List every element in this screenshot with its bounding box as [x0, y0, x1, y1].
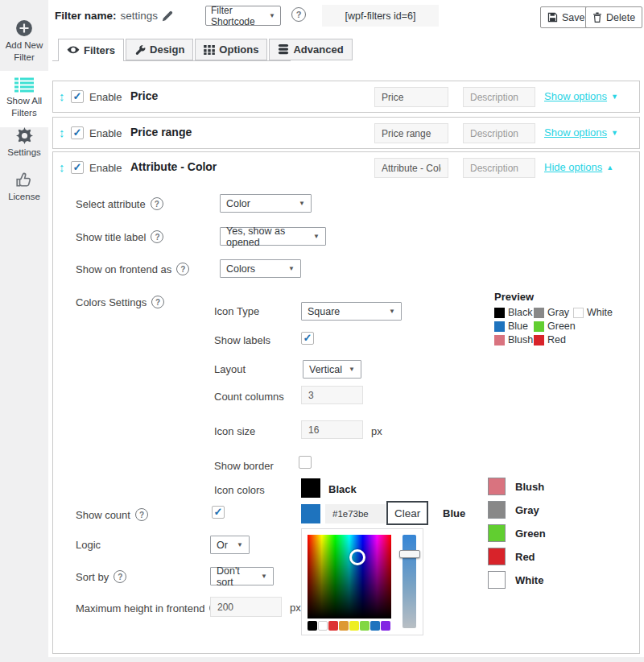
color-swatch[interactable] — [488, 501, 506, 519]
enable-label: Enable — [89, 162, 122, 174]
sort-by-label: Sort by ? — [76, 570, 126, 583]
enable-checkbox[interactable]: ✓ — [71, 126, 84, 139]
logic-dropdown[interactable]: Or ▼ — [210, 536, 250, 554]
sidebar-item-settings[interactable]: Settings — [0, 127, 48, 159]
tab-label: Options — [219, 43, 258, 56]
icon-type-dropdown[interactable]: Square ▼ — [301, 302, 402, 321]
filter-description-input[interactable] — [463, 123, 535, 143]
sidebar-item-label: Add New Filter — [6, 40, 43, 62]
tab-advanced[interactable]: Advanced — [269, 39, 352, 60]
show-title-dropdown[interactable]: Yes, show as opened ▼ — [220, 227, 326, 246]
select-attribute-dropdown[interactable]: Color ▼ — [220, 194, 312, 213]
show-border-checkbox[interactable] — [299, 456, 312, 469]
palette-swatch[interactable] — [349, 621, 359, 631]
show-count-checkbox[interactable]: ✓ — [212, 506, 225, 519]
page-bottom-strip — [0, 657, 644, 662]
clear-color-button[interactable]: Clear — [386, 501, 428, 525]
show-title-label: Show title label ? — [76, 230, 163, 243]
color-picker-slider-handle[interactable] — [399, 550, 420, 558]
help-icon[interactable]: ? — [114, 570, 126, 583]
pencil-icon[interactable] — [162, 10, 173, 22]
show-on-frontend-dropdown[interactable]: Colors ▼ — [220, 259, 301, 278]
enable-checkbox[interactable]: ✓ — [71, 90, 84, 103]
show-options-link[interactable]: Show options ▼ — [544, 126, 618, 139]
palette-swatch[interactable] — [370, 621, 380, 631]
color-swatch[interactable] — [488, 548, 506, 565]
color-swatch[interactable] — [488, 571, 506, 589]
sort-by-dropdown[interactable]: Don't sort ▼ — [210, 567, 274, 585]
trash-icon — [592, 12, 602, 23]
drag-handle-icon[interactable]: ↕ — [59, 126, 65, 139]
help-icon[interactable]: ? — [135, 508, 148, 521]
check-icon: ✓ — [214, 506, 223, 518]
check-icon: ✓ — [73, 126, 82, 139]
max-height-input[interactable] — [210, 597, 282, 617]
check-icon: ✓ — [73, 161, 82, 173]
count-columns-label: Count columns — [214, 391, 284, 403]
sidebar-item-add-new-filter[interactable]: Add New Filter — [0, 19, 48, 64]
color-swatch[interactable] — [488, 478, 506, 495]
drag-handle-icon[interactable]: ↕ — [59, 89, 65, 103]
color-picker-palette — [308, 621, 390, 631]
drag-handle-icon[interactable]: ↕ — [59, 160, 65, 174]
show-options-link[interactable]: Show options ▼ — [544, 90, 618, 102]
sidebar-item-show-all-filters[interactable]: Show All Filters — [0, 71, 48, 127]
filter-description-input[interactable] — [463, 158, 535, 178]
preview-panel: Preview Black Gray White Blue Green Blus… — [494, 291, 644, 345]
tab-filters[interactable]: Filters — [58, 39, 124, 61]
icon-size-input[interactable] — [301, 420, 363, 439]
color-picker-selection-ring[interactable] — [349, 549, 365, 565]
delete-button-label: Delete — [606, 12, 635, 23]
icon-color-item: Green — [488, 524, 546, 542]
show-on-frontend-label: Show on frontend as ? — [76, 263, 189, 275]
help-icon[interactable]: ? — [176, 263, 189, 275]
help-icon[interactable]: ? — [151, 296, 164, 308]
filter-name-input[interactable] — [374, 158, 448, 178]
logic-label: Logic — [76, 539, 101, 551]
color-picker — [301, 528, 423, 635]
color-picker-lightness-slider[interactable] — [402, 535, 416, 628]
icon-color-item: Gray — [488, 501, 546, 519]
filter-description-input[interactable] — [463, 87, 535, 107]
enable-label: Enable — [89, 91, 122, 103]
tab-design[interactable]: Design — [126, 39, 193, 60]
save-icon — [547, 12, 558, 23]
tab-options[interactable]: Options — [195, 39, 267, 60]
help-icon[interactable]: ? — [151, 230, 163, 243]
shortcode-value-box: [wpf-filters id=6] — [322, 5, 439, 27]
show-labels-label: Show labels — [214, 334, 270, 346]
hex-color-input[interactable] — [325, 504, 386, 523]
preview-item: Blue — [494, 321, 534, 332]
palette-swatch[interactable] — [318, 621, 328, 631]
wrench-icon — [134, 44, 146, 56]
delete-button[interactable]: Delete — [585, 6, 642, 28]
sidebar-item-license[interactable]: License — [0, 171, 48, 203]
show-labels-checkbox[interactable]: ✓ — [301, 332, 314, 345]
database-stack-icon — [278, 44, 289, 55]
palette-swatch[interactable] — [381, 621, 390, 631]
help-icon[interactable]: ? — [151, 197, 163, 210]
palette-swatch[interactable] — [328, 621, 338, 631]
enable-checkbox[interactable]: ✓ — [71, 161, 84, 174]
color-swatch — [534, 335, 544, 345]
color-picker-saturation-square[interactable] — [308, 535, 391, 619]
icon-size-unit: px — [371, 425, 382, 437]
layout-dropdown[interactable]: Vertical ▼ — [303, 360, 361, 379]
list-icon — [0, 77, 48, 93]
hide-options-link[interactable]: Hide options ▲ — [544, 161, 613, 173]
chevron-down-icon: ▼ — [288, 265, 295, 272]
palette-swatch[interactable] — [308, 621, 317, 631]
color-swatch[interactable] — [488, 524, 506, 542]
save-button[interactable]: Save — [540, 6, 592, 28]
plus-circle-icon — [0, 19, 48, 37]
palette-swatch[interactable] — [339, 621, 349, 631]
icon-color-swatch-black[interactable] — [301, 478, 320, 498]
chevron-down-icon: ▼ — [299, 200, 305, 207]
count-columns-input[interactable] — [301, 386, 363, 404]
palette-swatch[interactable] — [360, 621, 369, 631]
icon-color-swatch-blue[interactable] — [301, 504, 320, 523]
filter-name-input[interactable] — [374, 123, 448, 143]
filter-name-input[interactable] — [374, 87, 448, 107]
help-icon[interactable]: ? — [291, 7, 306, 22]
filter-shortcode-select[interactable]: Filter Shortcode ▼ — [205, 6, 281, 26]
